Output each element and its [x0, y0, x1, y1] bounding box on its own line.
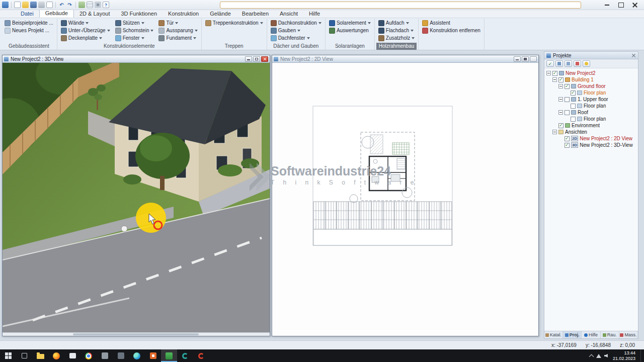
grid-icon[interactable]	[87, 2, 93, 8]
ribbon-button-schornstein[interactable]: Schornstein	[113, 27, 156, 34]
window-2d-titlebar[interactable]: New Project2 : 2D View	[272, 55, 538, 63]
checkbox-icon[interactable]	[565, 136, 570, 141]
tree-item-building[interactable]: Building 1	[545, 76, 637, 83]
save-icon[interactable]	[30, 2, 37, 8]
tree-item-3d-view[interactable]: 3D New Project2 : 3D-View	[545, 142, 637, 148]
ribbon-button-flachdach[interactable]: Flachdach	[376, 27, 417, 34]
ribbon-button-beispielprojekte[interactable]: Beispielprojekte ...	[3, 19, 55, 27]
checkbox-icon[interactable]	[565, 84, 570, 89]
taskbar-app-c-red[interactable]	[193, 349, 209, 362]
ribbon-button-tuer[interactable]: Tür	[156, 19, 199, 27]
expander-icon[interactable]	[558, 97, 563, 102]
window-close-button[interactable]	[261, 56, 268, 62]
expander-icon[interactable]	[558, 110, 563, 115]
open-folder-icon[interactable]	[22, 2, 29, 8]
tab-konstruktion[interactable]: Konstruktion	[163, 10, 204, 18]
image-icon[interactable]	[78, 2, 85, 8]
ribbon-button-assistent[interactable]: Assistent	[420, 19, 482, 27]
taskbar-app-1[interactable]	[97, 349, 113, 362]
scrollbar-thumb[interactable]	[73, 333, 199, 335]
ribbon-button-deckenplatte[interactable]: Deckenplatte	[59, 34, 112, 42]
taskbar-app-edge[interactable]	[129, 349, 145, 362]
checkbox-icon[interactable]	[565, 97, 570, 102]
window-maximize-button[interactable]	[253, 56, 260, 62]
ribbon-button-waende[interactable]: Wände	[59, 19, 112, 27]
checkbox-icon[interactable]	[558, 123, 564, 128]
ribbon-button-unter-ueberzuege[interactable]: Unter-/Überzüge	[59, 27, 112, 34]
redo-icon[interactable]	[66, 2, 73, 8]
tab-hilfe[interactable]: Hilfe	[303, 10, 326, 18]
ribbon-button-treppenkonstruktion[interactable]: Treppenkonstruktion	[203, 19, 265, 27]
horizontal-scrollbar[interactable]	[3, 332, 270, 336]
tree-item-floor-plan[interactable]: Floor plan	[545, 89, 637, 96]
layers-icon[interactable]	[565, 60, 572, 67]
tab-3d-funktionen[interactable]: 3D Funktionen	[116, 10, 163, 18]
checkbox-icon[interactable]	[571, 104, 576, 109]
tab-bearbeiten[interactable]: Bearbeiten	[236, 10, 274, 18]
tree-item-2d-view[interactable]: 2D New Project2 : 2D View	[545, 135, 637, 142]
minimize-button[interactable]	[600, 0, 614, 10]
panel-close-icon[interactable]	[631, 53, 636, 58]
ribbon-button-solarelement[interactable]: Solarelement	[327, 19, 373, 27]
2d-viewport[interactable]	[272, 63, 538, 336]
close-button[interactable]	[628, 0, 642, 10]
tree-item-ansichten[interactable]: Ansichten	[545, 129, 637, 135]
ribbon-button-aufdach[interactable]: Aufdach	[376, 19, 417, 27]
expander-icon[interactable]	[558, 84, 563, 88]
checkbox-icon[interactable]	[552, 71, 557, 76]
window-minimize-button[interactable]	[514, 56, 521, 62]
window-minimize-button[interactable]	[245, 56, 252, 62]
window-maximize-button[interactable]	[522, 56, 529, 62]
task-view-button[interactable]	[16, 349, 32, 362]
tree-item-floor-plan[interactable]: Floor plan	[545, 103, 637, 109]
checkbox-icon[interactable]	[565, 143, 570, 148]
delete-icon[interactable]	[574, 60, 581, 67]
panel-tab-projekte[interactable]: Proj.	[563, 331, 582, 338]
expander-icon[interactable]	[552, 130, 557, 134]
taskbar-app-c-teal[interactable]	[177, 349, 193, 362]
confirm-check-icon[interactable]	[546, 60, 554, 67]
new-document-icon[interactable]	[14, 2, 21, 8]
clock[interactable]: 13:44 21.02.2023	[611, 350, 637, 361]
checkbox-icon[interactable]	[571, 117, 576, 122]
ribbon-button-zusatzholz[interactable]: Zusatzholz	[376, 34, 417, 42]
taskbar-app-cad[interactable]	[161, 349, 177, 362]
print-icon[interactable]	[38, 2, 45, 8]
panel-tab-hilfe[interactable]: Hilfe	[582, 331, 600, 338]
chevron-up-icon[interactable]	[589, 354, 594, 359]
window-3d-titlebar[interactable]: New Project2 : 3D-View	[3, 55, 270, 63]
ribbon-button-fenster[interactable]: Fenster	[113, 34, 156, 42]
checkbox-icon[interactable]	[571, 90, 576, 96]
tree-item-ground-floor[interactable]: Ground floor	[545, 83, 637, 89]
taskbar-app-mail[interactable]	[64, 349, 80, 362]
help-icon[interactable]	[103, 2, 109, 8]
taskbar-app-chrome[interactable]	[80, 349, 97, 362]
ribbon-button-stuetzen[interactable]: Stützen	[113, 19, 156, 27]
3d-viewport[interactable]	[3, 63, 270, 332]
panel-tab-mass[interactable]: Mass.	[619, 331, 638, 338]
window-close-button[interactable]	[530, 56, 537, 62]
checkbox-icon[interactable]	[565, 110, 570, 115]
ribbon-button-gauben[interactable]: Gauben	[269, 27, 324, 34]
ribbon-button-dachfenster[interactable]: Dachfenster	[269, 34, 324, 42]
tab-datei[interactable]: Datei	[15, 10, 39, 18]
tree-item-project[interactable]: New Project2	[545, 70, 637, 76]
tree-item-floor-plan[interactable]: Floor plan	[545, 116, 637, 122]
ribbon-button-neues-projekt[interactable]: Neues Projekt ...	[3, 27, 55, 34]
ribbon-button-auswertungen[interactable]: Auswertungen	[327, 27, 373, 34]
taskbar-app-2[interactable]	[113, 349, 129, 362]
panel-tab-katalog[interactable]: Katal.	[544, 331, 563, 338]
expander-icon[interactable]	[546, 71, 551, 75]
volume-icon[interactable]	[604, 354, 608, 357]
undo-icon[interactable]	[58, 2, 65, 8]
settings-icon[interactable]	[95, 2, 101, 8]
taskbar-app-viewer[interactable]	[145, 349, 161, 362]
ribbon-button-fundament[interactable]: Fundament	[156, 34, 199, 42]
tree-item-roof[interactable]: Roof	[545, 109, 637, 116]
catalog-icon[interactable]	[555, 60, 563, 67]
ribbon-button-aussparung[interactable]: Aussparung	[156, 27, 199, 34]
expander-icon[interactable]	[552, 77, 557, 82]
taskbar-app-firefox[interactable]	[48, 349, 64, 362]
tree-item-environment[interactable]: Environment	[545, 122, 637, 129]
tab-ansicht[interactable]: Ansicht	[274, 10, 303, 18]
